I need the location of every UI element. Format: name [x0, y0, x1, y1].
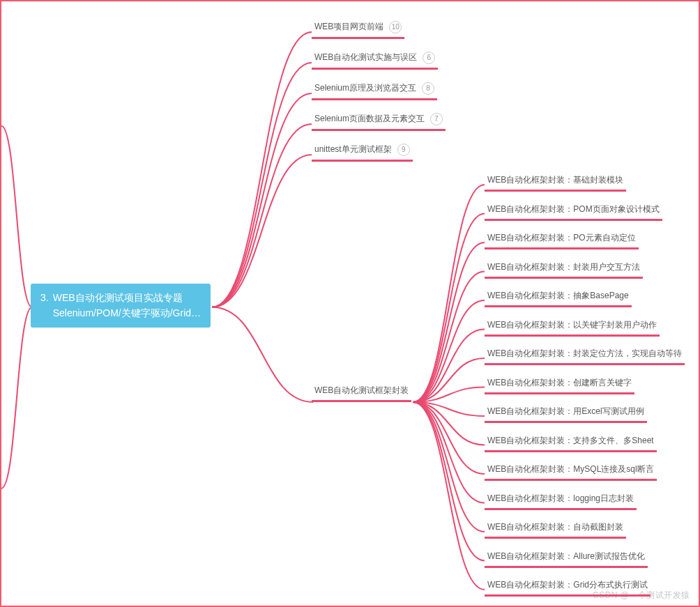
count-badge: 7 [430, 113, 443, 125]
sub-node[interactable]: WEB自动化框架封装：封装定位方法，实现自动等待 [485, 348, 685, 365]
sub-node-label: WEB自动化框架封装：logging日志封装 [487, 493, 634, 503]
top-node[interactable]: Selenium原理及浏览器交互8 [312, 82, 437, 100]
mid-node-label: WEB自动化测试框架封装 [314, 385, 409, 395]
sub-node-label: WEB自动化框架封装：MySQL连接及sql断言 [487, 464, 654, 474]
sub-node-label: WEB自动化框架封装：创建断言关键字 [487, 378, 632, 387]
top-node-label: WEB自动化测试实施与误区 [314, 52, 417, 62]
sub-node[interactable]: WEB自动化框架封装：PO元素自动定位 [485, 232, 639, 249]
root-node[interactable]: 3. WEB自动化测试项目实战专题 Selenium/POM/关键字驱动/Gri… [31, 284, 211, 328]
sub-node[interactable]: WEB自动化框架封装：Allure测试报告优化 [485, 551, 648, 568]
root-index: 3. [40, 291, 49, 306]
sub-node-label: WEB自动化框架封装：基础封装模块 [487, 175, 623, 185]
sub-node[interactable]: WEB自动化框架封装：以关键字封装用户动作 [485, 319, 660, 337]
sub-node-label: WEB自动化框架封装：抽象BasePage [487, 291, 629, 300]
count-badge: 10 [389, 21, 402, 33]
sub-node[interactable]: WEB自动化框架封装：基础封装模块 [485, 174, 626, 192]
top-node[interactable]: Selenium页面数据及元素交互7 [312, 113, 446, 131]
count-badge: 9 [397, 144, 410, 156]
root-text: WEB自动化测试项目实战专题 Selenium/POM/关键字驱动/Grid… [53, 291, 201, 321]
sub-node-label: WEB自动化框架封装：Allure测试报告优化 [487, 551, 645, 561]
sub-node[interactable]: WEB自动化框架封装：抽象BasePage [485, 290, 632, 307]
top-node[interactable]: WEB自动化测试实施与误区6 [312, 52, 438, 70]
top-node-label: unittest单元测试框架 [314, 144, 392, 154]
sub-node-label: WEB自动化框架封装：以关键字封装用户动作 [487, 320, 657, 330]
sub-node[interactable]: WEB自动化框架封装：支持多文件、多Sheet [485, 435, 657, 452]
sub-node-label: WEB自动化框架封装：封装定位方法，实现自动等待 [487, 348, 682, 358]
root-line2: Selenium/POM/关键字驱动/Grid… [53, 307, 201, 318]
top-node-label: WEB项目网页前端 [314, 22, 383, 31]
top-node[interactable]: WEB项目网页前端10 [312, 21, 404, 39]
top-node-label: Selenium页面数据及元素交互 [314, 114, 425, 123]
sub-node[interactable]: WEB自动化框架封装：创建断言关键字 [485, 377, 634, 394]
sub-node-label: WEB自动化框架封装：自动截图封装 [487, 522, 623, 532]
count-badge: 8 [422, 82, 434, 95]
sub-node-label: WEB自动化框架封装：封装用户交互方法 [487, 262, 640, 272]
sub-node[interactable]: WEB自动化框架封装：POM页面对象设计模式 [485, 203, 662, 221]
mid-node[interactable]: WEB自动化测试框架封装 [312, 385, 411, 402]
sub-node-label: WEB自动化框架封装：Grid分布式执行测试 [487, 580, 648, 590]
sub-node[interactable]: WEB自动化框架封装：Grid分布式执行测试 [485, 579, 650, 597]
sub-node[interactable]: WEB自动化框架封装：用Excel写测试用例 [485, 406, 647, 423]
sub-node[interactable]: WEB自动化框架封装：logging日志封装 [485, 493, 637, 510]
top-node[interactable]: unittest单元测试框架9 [312, 144, 413, 162]
root-line1: WEB自动化测试项目实战专题 [53, 292, 183, 303]
sub-node[interactable]: WEB自动化框架封装：MySQL连接及sql断言 [485, 463, 657, 481]
sub-node-label: WEB自动化框架封装：POM页面对象设计模式 [487, 204, 660, 214]
sub-node-label: WEB自动化框架封装：支持多文件、多Sheet [487, 436, 654, 445]
sub-node-label: WEB自动化框架封装：PO元素自动定位 [487, 233, 636, 243]
top-node-label: Selenium原理及浏览器交互 [314, 83, 416, 93]
sub-node[interactable]: WEB自动化框架封装：封装用户交互方法 [485, 261, 643, 279]
mindmap-canvas: { "root": { "index": "3.", "line1": "WEB… [0, 0, 700, 607]
sub-node-label: WEB自动化框架封装：用Excel写测试用例 [487, 406, 644, 416]
count-badge: 6 [423, 52, 435, 64]
sub-node[interactable]: WEB自动化框架封装：自动截图封装 [485, 521, 626, 539]
